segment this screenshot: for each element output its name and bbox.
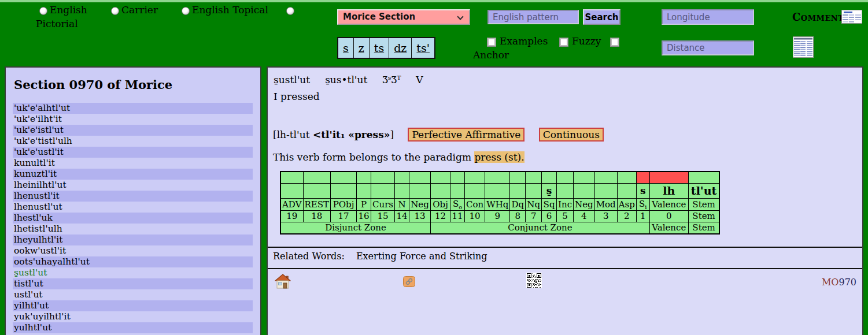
related-words-link[interactable]: Exerting Force and Striking [356, 251, 487, 262]
related-words-line: Related Words:Exerting Force and Strikin… [273, 251, 487, 262]
word-list-item[interactable]: 'uk'e'alhtl'ut [13, 103, 253, 114]
headword-syllabified: s̱us•tl'ut [325, 74, 367, 85]
morpheme-cell [594, 183, 617, 198]
word-list-item[interactable]: ustl'ut [13, 289, 253, 300]
word-list-item-selected[interactable]: s̱ustl'ut [13, 267, 253, 278]
radio-english-label: English [50, 4, 87, 16]
morpheme-cell: lh [649, 183, 688, 198]
word-list-item[interactable]: kunultl'it [13, 158, 253, 169]
word-list-item[interactable]: 'uk'e'istl'ut [13, 125, 253, 136]
radio-english-topical[interactable] [182, 7, 190, 15]
distance-input[interactable] [662, 40, 754, 55]
letter-link-ts[interactable]: ts [370, 38, 389, 58]
letter-link-label: dz [394, 42, 407, 54]
radio-carrier[interactable] [111, 7, 119, 15]
section-word-list-panel: Section 0970 of Morice 'uk'e'alhtl'ut'uk… [5, 66, 261, 335]
analysis-prefix: [lh-tl'ut [273, 129, 313, 140]
slot-label-cell: P [357, 198, 371, 210]
headword: s̱ustl'ut [274, 74, 310, 85]
word-list-item[interactable]: lhenustl'ut [13, 202, 253, 213]
english-pattern-input[interactable] [487, 10, 579, 24]
comment-label[interactable]: Comment [792, 11, 844, 23]
link-icon[interactable] [403, 276, 415, 289]
badge-perfective-affirmative: Perfective Affirmative [408, 128, 525, 142]
morpheme-cell [450, 183, 465, 198]
word-list-item[interactable]: yulhtl'ut [13, 322, 253, 333]
fuzzy-checkbox-label: Fuzzy [572, 35, 601, 47]
slot-empty-cell [688, 172, 719, 183]
slot-label-cell: So [450, 198, 465, 210]
letter-link-s[interactable]: s [338, 38, 354, 58]
slot-empty-cell [431, 172, 450, 183]
morpheme-cell [526, 183, 542, 198]
slot-label-cell: Con [465, 198, 485, 210]
word-list-item[interactable]: 'uk'e'ustl'it [13, 147, 253, 158]
slot-label-cell: Dq [510, 198, 526, 210]
word-list-item[interactable]: lhestl'uk [13, 213, 253, 224]
slot-empty-cell [395, 172, 409, 183]
radio-english[interactable] [39, 7, 47, 15]
morpheme-cell [465, 183, 485, 198]
entry-panel: s̱ustl'uts̱us•tl'utƷˢƷᵀV I pressed [lh-t… [267, 66, 863, 335]
slot-highlight-cell [649, 172, 688, 183]
morpheme-cell: tl'ut [688, 183, 719, 198]
slot-empty-cell [465, 172, 485, 183]
word-list-item[interactable]: oots'uhayalhtl'ut [13, 256, 253, 267]
word-list-item[interactable]: ookw'ustl'it [13, 245, 253, 256]
slot-label-cell: N [395, 198, 409, 210]
morpheme-cell [409, 183, 431, 198]
word-list-item[interactable]: lheinilhtl'ut [13, 180, 253, 191]
slot-label-cell: Inc [557, 198, 574, 210]
part-of-speech: V [416, 74, 423, 85]
slot-empty-cell [574, 172, 595, 183]
slot-label-cell: Si [636, 198, 649, 210]
slot-number-cell: 9 [485, 210, 510, 222]
entry-code-number: 970 [839, 277, 856, 288]
word-list-item[interactable]: lhetistl'ulh [13, 224, 253, 234]
slot-empty-cell [450, 172, 465, 183]
section-title: Section 0970 of Morice [14, 77, 172, 92]
slot-number-cell: 7 [526, 210, 542, 222]
examples-checkbox-label: Examples [500, 35, 548, 47]
fuzzy-checkbox[interactable] [560, 38, 568, 46]
longitude-input[interactable] [662, 9, 754, 25]
places-table-icon[interactable] [793, 36, 814, 60]
slot-empty-cell [557, 172, 574, 183]
slot-number-cell: 3 [594, 210, 617, 222]
home-icon[interactable] [275, 274, 291, 291]
section-select[interactable]: Morice Section [337, 9, 470, 25]
related-words-label: Related Words: [273, 251, 345, 262]
word-list-item[interactable]: yuk'uyilhtl'it [13, 311, 253, 322]
slot-empty-cell [526, 172, 542, 183]
vocabulary-table-icon[interactable] [841, 10, 862, 26]
letter-link-dz[interactable]: dz [389, 38, 412, 58]
examples-checkbox[interactable] [487, 38, 496, 46]
chevron-down-icon [457, 13, 463, 20]
slot-label-cell: Neg [409, 198, 431, 210]
anchor-checkbox[interactable] [611, 38, 619, 46]
slot-label-cell: Stem [688, 198, 719, 210]
radio-pictorial[interactable] [286, 7, 294, 15]
slot-number-cell: 17 [331, 210, 357, 222]
letter-link-z[interactable]: z [354, 38, 370, 58]
word-list-item[interactable]: 'uk'e'ilht'it [13, 114, 253, 125]
word-list-item[interactable]: kunuztl'it [13, 169, 253, 180]
word-list-item[interactable]: lheyulhtl'it [13, 234, 253, 245]
morpheme-cell: s̱ [542, 183, 557, 198]
paradigm-link[interactable]: press (st). [474, 151, 524, 163]
slot-label-cell: REST [303, 198, 331, 210]
slot-number-cell: 1 [636, 210, 649, 222]
word-list-item[interactable]: tistl'ut [13, 278, 253, 289]
slot-label-row: ADVRESTPObjPCursNNegObjSoConWHqDqNqSqInc… [280, 198, 719, 210]
slot-number-cell: 6 [542, 210, 557, 222]
word-list-item[interactable]: yilhtl'ut [13, 300, 253, 311]
morpheme-cell [431, 183, 450, 198]
search-button[interactable]: Search [583, 9, 620, 25]
letter-link-ts[interactable]: ts' [412, 38, 434, 58]
slot-number-cell: Stem [688, 210, 719, 222]
slot-label-cell: Neg [574, 198, 595, 210]
morpheme-cell [617, 183, 636, 198]
slot-highlight-cell [636, 172, 649, 183]
word-list-item[interactable]: 'uk'e'tistl'ulh [13, 136, 253, 147]
word-list-item[interactable]: lhenustl'it [13, 191, 253, 202]
